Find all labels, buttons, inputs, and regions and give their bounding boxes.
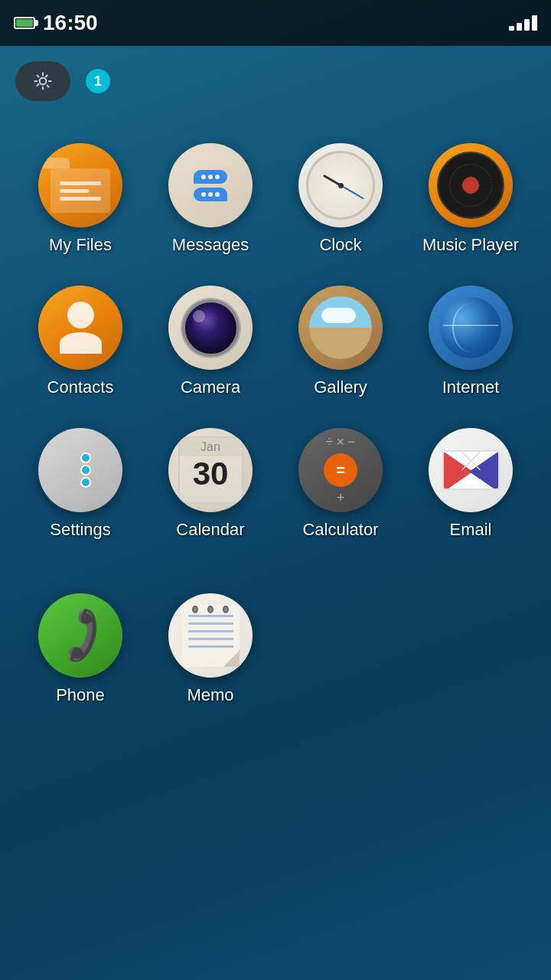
app-item-gallery[interactable]: Gallery bbox=[276, 274, 406, 409]
memo-icon bbox=[168, 593, 253, 678]
email-label: Email bbox=[449, 520, 491, 540]
app-item-camera[interactable]: Camera bbox=[145, 274, 276, 409]
phone-handset-graphic: 📞 bbox=[47, 603, 114, 668]
battery-icon bbox=[14, 17, 35, 29]
app-item-calendar[interactable]: Jan 30 Calendar bbox=[145, 416, 276, 551]
contacts-label: Contacts bbox=[47, 377, 114, 397]
bubble-1 bbox=[194, 170, 227, 184]
folder-graphic bbox=[51, 158, 110, 213]
calendar-icon: Jan 30 bbox=[168, 428, 253, 512]
top-controls: 1 bbox=[0, 46, 551, 109]
app-item-messages[interactable]: Messages bbox=[145, 132, 276, 266]
bubble-2 bbox=[194, 188, 227, 201]
gear-icon bbox=[32, 70, 54, 92]
person-head bbox=[67, 302, 94, 328]
messages-graphic bbox=[190, 166, 231, 205]
status-bar: 16:50 bbox=[0, 0, 551, 46]
app-item-contacts[interactable]: Contacts bbox=[15, 274, 145, 409]
app-item-internet[interactable]: Internet bbox=[406, 274, 536, 409]
internet-label: Internet bbox=[442, 377, 500, 397]
bottom-row: 📞 Phone Memo bbox=[0, 574, 551, 740]
email-icon bbox=[429, 428, 513, 512]
contacts-icon bbox=[38, 286, 122, 370]
svg-point-0 bbox=[40, 78, 47, 85]
app-item-memo[interactable]: Memo bbox=[145, 582, 276, 717]
folder-body bbox=[51, 168, 110, 213]
person-body bbox=[60, 332, 102, 354]
email-graphic bbox=[442, 450, 500, 490]
calendar-label: Calendar bbox=[176, 520, 244, 540]
music-player-icon bbox=[429, 143, 513, 227]
app-item-music-player[interactable]: Music Player bbox=[406, 132, 536, 266]
music-player-label: Music Player bbox=[422, 235, 519, 255]
clock-label: Clock bbox=[319, 235, 361, 255]
battery-fill bbox=[16, 19, 33, 27]
calc-equals-button: = bbox=[324, 453, 357, 487]
folder-line-2 bbox=[60, 189, 89, 193]
calendar-month: Jan bbox=[180, 438, 242, 456]
signal-bar-4 bbox=[532, 15, 537, 31]
settings-icon bbox=[38, 428, 122, 512]
camera-lens-graphic bbox=[182, 299, 240, 357]
folder-line-3 bbox=[60, 197, 101, 201]
phone-label: Phone bbox=[56, 685, 105, 705]
folder-tab bbox=[38, 158, 70, 168]
signal-bars bbox=[509, 15, 537, 31]
clock-face bbox=[306, 151, 375, 220]
globe-graphic bbox=[440, 297, 501, 358]
app-item-my-files[interactable]: My Files bbox=[15, 132, 145, 266]
messages-icon bbox=[168, 143, 253, 227]
clock-icon bbox=[298, 143, 383, 227]
status-time: 16:50 bbox=[43, 11, 98, 35]
app-grid: My Files Messages bbox=[0, 109, 551, 574]
calculator-graphic: ÷ × − = + bbox=[324, 434, 357, 506]
gallery-label: Gallery bbox=[314, 377, 367, 397]
folder-lines bbox=[60, 181, 101, 201]
camera-label: Camera bbox=[181, 377, 240, 397]
memo-label: Memo bbox=[187, 685, 233, 705]
app-item-settings[interactable]: Settings bbox=[15, 416, 145, 551]
settings-label: Settings bbox=[50, 520, 111, 540]
my-files-label: My Files bbox=[49, 235, 112, 255]
gallery-graphic bbox=[309, 296, 372, 359]
clock-minute-hand bbox=[341, 185, 364, 199]
calculator-label: Calculator bbox=[302, 520, 378, 540]
app-item-calculator[interactable]: ÷ × − = + Calculator bbox=[276, 416, 406, 551]
settings-graphic bbox=[73, 448, 88, 492]
calculator-icon: ÷ × − = + bbox=[298, 428, 383, 512]
calendar-day: 30 bbox=[193, 456, 229, 492]
gallery-icon bbox=[298, 286, 383, 370]
signal-bar-3 bbox=[524, 19, 530, 31]
contacts-graphic bbox=[60, 302, 102, 354]
signal-bar-1 bbox=[509, 26, 514, 31]
signal-bar-2 bbox=[517, 23, 522, 31]
memo-graphic bbox=[182, 604, 240, 667]
vinyl-graphic bbox=[437, 152, 504, 219]
settings-shortcut-button[interactable] bbox=[15, 61, 70, 101]
internet-icon bbox=[429, 286, 513, 370]
gallery-cloud bbox=[321, 308, 356, 324]
app-item-email[interactable]: Email bbox=[406, 416, 536, 551]
folder-line-1 bbox=[60, 181, 101, 185]
my-files-icon bbox=[38, 143, 122, 227]
app-item-clock[interactable]: Clock bbox=[276, 132, 406, 266]
phone-icon: 📞 bbox=[38, 593, 122, 678]
messages-label: Messages bbox=[172, 235, 249, 255]
status-left: 16:50 bbox=[14, 11, 98, 35]
notification-badge[interactable]: 1 bbox=[86, 69, 110, 93]
clock-center-dot bbox=[338, 183, 344, 188]
calendar-graphic: Jan 30 bbox=[178, 436, 243, 504]
app-item-phone[interactable]: 📞 Phone bbox=[15, 582, 145, 717]
camera-icon bbox=[168, 286, 253, 370]
